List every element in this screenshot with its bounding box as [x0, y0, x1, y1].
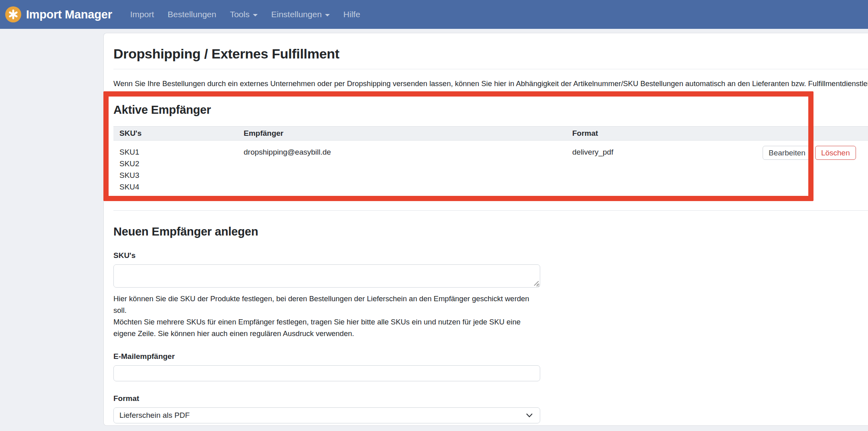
email-field[interactable] — [113, 365, 540, 381]
active-recipients-table: SKU's Empfänger Format SKU1 SKU2 SKU3 SK… — [113, 126, 868, 211]
page-title: Dropshipping / Externes Fulfillment — [113, 46, 868, 62]
app-title: Import Manager — [26, 8, 112, 21]
nav-item-tools[interactable]: Tools — [223, 0, 264, 29]
cell-empfaenger: dropshipping@easybill.de — [238, 141, 566, 211]
email-label: E-Mailempfänger — [113, 352, 868, 361]
table-row: SKU1 SKU2 SKU3 SKU4 dropshipping@easybil… — [113, 141, 868, 211]
new-recipient-heading: Neuen Empfänger anlegen — [113, 225, 868, 238]
sku-value: SKU2 — [119, 158, 232, 169]
nav-item-einstellungen[interactable]: Einstellungen — [264, 0, 337, 29]
sku-value: SKU3 — [119, 169, 232, 181]
sku-textarea[interactable] — [113, 264, 540, 288]
nav-item-bestellungen[interactable]: Bestellungen — [161, 0, 223, 29]
chevron-down-icon — [253, 14, 258, 16]
format-select[interactable]: Lieferschein als PDF — [113, 407, 540, 423]
new-recipient-form: SKU's Hier können Sie die SKU der Produk… — [113, 251, 868, 426]
chevron-down-icon — [525, 412, 533, 419]
cell-actions: BearbeitenLöschen — [757, 141, 868, 211]
nav-item-hilfe[interactable]: Hilfe — [337, 0, 367, 29]
chevron-down-icon — [325, 14, 330, 16]
edit-button[interactable]: Bearbeiten — [763, 146, 811, 160]
cell-format: delivery_pdf — [566, 141, 757, 211]
easybill-logo-icon — [5, 6, 21, 22]
sku-textarea-wrap — [113, 264, 540, 288]
navbar: Import Manager Import Bestellungen Tools… — [0, 0, 868, 29]
column-actions — [757, 127, 868, 141]
column-empfaenger: Empfänger — [238, 127, 566, 141]
main-nav: Import Bestellungen Tools Einstellungen … — [123, 0, 367, 29]
intro-text: Wenn Sie Ihre Bestellungen durch ein ext… — [113, 78, 868, 89]
table-header-row: SKU's Empfänger Format — [113, 127, 868, 141]
nav-item-import[interactable]: Import — [123, 0, 161, 29]
content-card: Dropshipping / Externes Fulfillment Wenn… — [103, 33, 868, 426]
column-skus: SKU's — [113, 127, 238, 141]
format-select-value: Lieferschein als PDF — [119, 411, 190, 420]
sku-label: SKU's — [113, 251, 868, 260]
sku-value: SKU4 — [119, 181, 232, 193]
sku-value: SKU1 — [119, 146, 232, 158]
cell-skus: SKU1 SKU2 SKU3 SKU4 — [113, 141, 238, 211]
column-format: Format — [566, 127, 757, 141]
brand[interactable]: Import Manager — [5, 6, 112, 22]
divider — [113, 69, 868, 69]
sku-help-text: Hier können Sie die SKU der Produkte fes… — [113, 293, 543, 339]
delete-button[interactable]: Löschen — [815, 146, 856, 160]
active-recipients-heading: Aktive Empfänger — [113, 103, 868, 117]
format-label: Format — [113, 394, 868, 403]
